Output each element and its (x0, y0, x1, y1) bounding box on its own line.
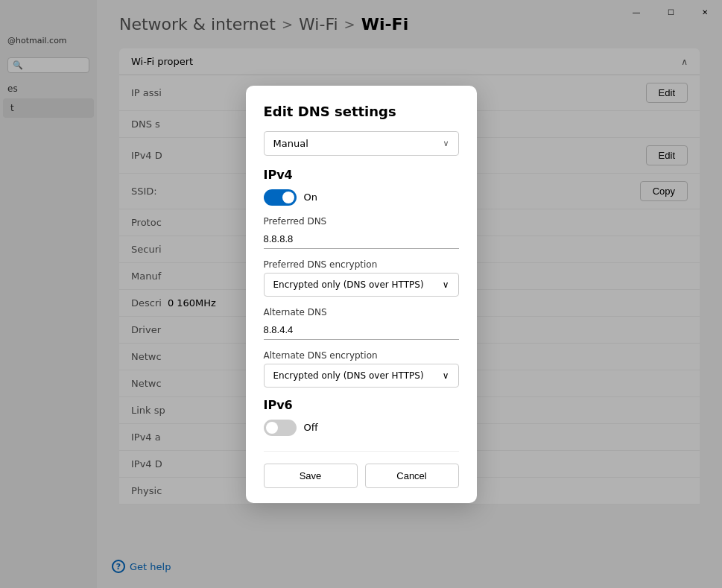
ipv4-toggle-label: On (304, 192, 317, 203)
preferred-encryption-label: Preferred DNS encryption (264, 259, 459, 270)
preferred-encryption-value: Encrypted only (DNS over HTTPS) (273, 279, 424, 290)
ipv4-toggle-row: On (264, 189, 459, 206)
mode-dropdown-value: Manual (273, 138, 308, 149)
ipv6-section-label: IPv6 (264, 398, 459, 412)
dialog-overlay: Edit DNS settings Manual ∨ IPv4 On Prefe… (0, 0, 722, 588)
ipv6-toggle[interactable] (264, 420, 297, 436)
ipv4-toggle[interactable] (264, 189, 297, 206)
chevron-down-icon: ∨ (443, 279, 449, 290)
toggle-thumb (266, 422, 278, 434)
alternate-encryption-dropdown[interactable]: Encrypted only (DNS over HTTPS) ∨ (264, 364, 459, 388)
ipv6-toggle-label: Off (304, 422, 318, 433)
preferred-dns-input[interactable] (264, 230, 459, 249)
alternate-encryption-label: Alternate DNS encryption (264, 350, 459, 361)
toggle-thumb (282, 192, 294, 203)
ipv4-section-label: IPv4 (264, 168, 459, 182)
preferred-encryption-dropdown[interactable]: Encrypted only (DNS over HTTPS) ∨ (264, 273, 459, 297)
edit-dns-dialog: Edit DNS settings Manual ∨ IPv4 On Prefe… (246, 86, 477, 503)
ipv6-toggle-row: Off (264, 420, 459, 436)
dialog-footer: Save Cancel (264, 451, 459, 488)
cancel-button[interactable]: Cancel (365, 464, 459, 488)
mode-dropdown[interactable]: Manual ∨ (264, 131, 459, 156)
alternate-dns-label: Alternate DNS (264, 307, 459, 317)
save-button[interactable]: Save (264, 464, 358, 488)
chevron-down-icon: ∨ (443, 139, 449, 148)
chevron-down-icon: ∨ (443, 370, 449, 381)
alternate-dns-input[interactable] (264, 320, 459, 340)
dialog-title: Edit DNS settings (264, 104, 459, 119)
alternate-encryption-value: Encrypted only (DNS over HTTPS) (273, 370, 424, 381)
preferred-dns-label: Preferred DNS (264, 216, 459, 227)
